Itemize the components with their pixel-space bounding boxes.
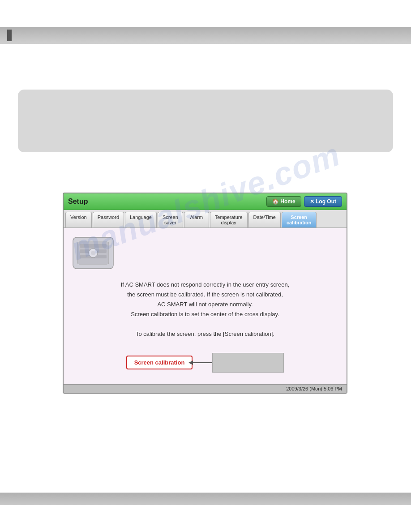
tabs-row: Version Password Language Screensaver Al… (64, 210, 347, 228)
tab-alarm[interactable]: Alarm (184, 212, 209, 227)
bottom-bar (0, 493, 411, 505)
setup-title: Setup (68, 197, 88, 206)
ac-unit-image (71, 235, 116, 271)
arrow-head (188, 360, 193, 365)
gray-placeholder-rect (212, 353, 284, 373)
top-bar (0, 27, 411, 44)
home-button[interactable]: 🏠 Home (266, 196, 301, 207)
tab-version[interactable]: Version (65, 212, 92, 227)
instruction-line6: To calibrate the screen, press the [Scre… (136, 330, 274, 337)
arrow-container (193, 353, 284, 373)
instruction-line2: the screen must be calibrated. If the sc… (127, 291, 283, 298)
tab-language[interactable]: Language (125, 212, 157, 227)
calibration-row: Screen calibration (71, 353, 339, 373)
arrow-line (193, 362, 212, 363)
instructions-text: If AC SMART does not respond correctly i… (71, 275, 339, 344)
status-datetime: 2009/3/26 (Mon) 5:06 PM (286, 386, 342, 391)
instruction-line3: AC SMART will not operate normally. (157, 301, 253, 308)
gray-content-box (18, 90, 393, 152)
setup-header: Setup 🏠 Home ✕ Log Out (64, 193, 347, 210)
logout-button[interactable]: ✕ Log Out (304, 196, 342, 207)
tab-password[interactable]: Password (93, 212, 124, 227)
tab-temperature-display[interactable]: Temperaturedisplay (210, 212, 248, 227)
svg-rect-2 (80, 244, 107, 248)
instruction-line1: If AC SMART does not respond correctly i… (121, 281, 290, 288)
tab-datetime[interactable]: Date/Time (248, 212, 281, 227)
top-bar-accent (7, 30, 12, 41)
tab-screen-calibration[interactable]: Screencalibration (282, 212, 317, 227)
tab-screensaver[interactable]: Screensaver (158, 212, 183, 227)
status-bar: 2009/3/26 (Mon) 5:06 PM (64, 384, 347, 393)
instruction-line4: Screen calibration is to set the center … (131, 311, 279, 317)
setup-content: If AC SMART does not respond correctly i… (64, 228, 347, 384)
svg-point-6 (91, 251, 95, 255)
screen-calibration-button[interactable]: Screen calibration (126, 356, 193, 369)
header-buttons: 🏠 Home ✕ Log Out (266, 196, 342, 207)
setup-window: Setup 🏠 Home ✕ Log Out Version Password … (63, 193, 347, 394)
